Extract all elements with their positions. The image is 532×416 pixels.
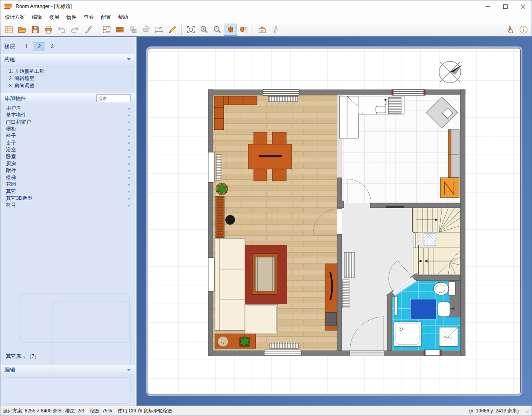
category-item[interactable]: 其它3D造型»: [0, 195, 135, 202]
category-item[interactable]: 椅子»: [0, 133, 135, 139]
chevron-right-icon: »: [127, 113, 130, 118]
zoom-out-button[interactable]: [211, 24, 224, 36]
floor-plan-button[interactable]: [100, 24, 113, 36]
draw-button[interactable]: [166, 24, 179, 36]
menu-item[interactable]: 配置: [97, 13, 114, 22]
chevron-right-icon: »: [127, 133, 130, 139]
search-input[interactable]: [96, 94, 131, 102]
category-item[interactable]: 附件»: [0, 167, 135, 174]
floor-tab-1[interactable]: 1: [21, 42, 32, 51]
build-section-header[interactable]: 构建: [0, 54, 135, 64]
menu-item[interactable]: 设计方案: [1, 13, 28, 22]
category-item[interactable]: 基本物件»: [0, 112, 135, 119]
menu-item[interactable]: 帮助: [114, 13, 132, 22]
category-item[interactable]: 用户库»: [0, 105, 135, 112]
edit-section-header[interactable]: 编辑: [0, 365, 135, 375]
format-brush-button[interactable]: [81, 24, 94, 36]
category-item[interactable]: 橱柜»: [0, 126, 135, 133]
window: [264, 350, 301, 356]
info-button[interactable]: [517, 24, 530, 36]
edit-header-label: 编辑: [4, 366, 15, 374]
category-item[interactable]: 门口和窗户»: [0, 119, 135, 126]
floor-plan[interactable]: Beige: [148, 48, 520, 393]
view-3d-button[interactable]: [224, 24, 237, 36]
new-project-button[interactable]: [2, 24, 15, 36]
minimize-button[interactable]: [479, 1, 496, 12]
staircase[interactable]: [412, 208, 460, 276]
save-button[interactable]: [28, 24, 42, 36]
window-title: Room Arranger - [无标题]: [16, 3, 72, 10]
collapse-arrow-icon[interactable]: [127, 369, 131, 371]
print-button[interactable]: [42, 24, 55, 36]
category-item[interactable]: 花园»: [0, 181, 135, 188]
house-3d-button[interactable]: [255, 24, 269, 36]
bath-mat: [410, 299, 436, 319]
build-step[interactable]: 2. 编辑墙壁: [9, 75, 132, 82]
chevron-right-icon: »: [127, 196, 130, 201]
category-label: 其它3D造型: [6, 195, 32, 202]
chevron-right-icon: »: [127, 147, 130, 153]
zoom-fit-button[interactable]: [184, 24, 197, 36]
close-button[interactable]: [514, 1, 532, 12]
bookshelf[interactable]: [216, 196, 224, 238]
canvas-area[interactable]: Beige: [137, 37, 532, 406]
category-item[interactable]: 厨房»: [0, 160, 135, 167]
pointer-hand-button[interactable]: [504, 24, 517, 36]
edit-walls-button[interactable]: [113, 24, 126, 36]
category-item[interactable]: 楼梯»: [0, 174, 135, 181]
undo-button[interactable]: [55, 24, 68, 36]
open-button[interactable]: [15, 24, 28, 36]
category-item[interactable]: 卧室»: [0, 153, 135, 160]
build-step[interactable]: 3. 房间调整: [9, 82, 132, 89]
status-bar: 设计方案: 8255 × 8400 毫米, 楼层: 2/3 -- 缩放: 75%…: [0, 406, 532, 416]
floor-tab-2[interactable]: 2: [34, 42, 45, 51]
category-label: 楼梯: [6, 174, 16, 181]
menu-item[interactable]: 楼层: [46, 13, 63, 22]
stool[interactable]: [225, 215, 235, 225]
dishwasher: [440, 178, 459, 198]
category-label: 符号: [6, 202, 16, 209]
chevron-right-icon: »: [127, 161, 130, 167]
measure-button[interactable]: 35m: [153, 24, 166, 36]
maximize-button[interactable]: [496, 1, 514, 12]
category-label: 桌子: [6, 140, 16, 147]
chevron-right-icon: »: [127, 175, 130, 181]
menu-item[interactable]: 物件: [63, 13, 80, 22]
zoom-in-button[interactable]: [197, 24, 211, 36]
status-coordinates: (x: 10666 y: 2413 毫米): [469, 408, 519, 414]
tv-cabinet[interactable]: [325, 264, 337, 330]
floors-label: 楼层: [4, 43, 15, 50]
menu-item[interactable]: 查看: [80, 13, 97, 22]
compass[interactable]: [439, 61, 462, 83]
floor-tab-3[interactable]: 3: [46, 42, 58, 51]
more-libraries-link[interactable]: 其它库... （7）: [6, 353, 39, 360]
category-item[interactable]: 浴室»: [0, 147, 135, 153]
coffee-table[interactable]: [252, 254, 278, 294]
menu-bar: 设计方案编辑楼层物件查看配置帮助: [0, 12, 532, 22]
redo-button[interactable]: [68, 24, 81, 36]
category-item[interactable]: 符号»: [0, 202, 135, 209]
category-label: 附件: [6, 167, 16, 174]
towel-rail: [394, 296, 397, 315]
beige-label: Beige: [444, 336, 453, 339]
menu-item[interactable]: 编辑: [28, 13, 46, 22]
resize-grip[interactable]: [524, 408, 529, 413]
title-bar[interactable]: Room Arranger - [无标题]: [0, 0, 532, 12]
category-item[interactable]: 其它»: [0, 188, 135, 195]
walkthrough-button[interactable]: [269, 24, 282, 36]
move-object-button[interactable]: [126, 24, 139, 36]
object-properties-button[interactable]: [237, 24, 250, 36]
status-left: 设计方案: 8255 × 8400 毫米, 楼层: 2/3 -- 缩放: 75%…: [3, 408, 174, 414]
rotate-object-button[interactable]: [139, 24, 153, 36]
category-label: 卧室: [6, 153, 16, 160]
category-item[interactable]: 桌子»: [0, 139, 135, 146]
chevron-right-icon: »: [127, 189, 130, 194]
plant[interactable]: [216, 183, 228, 195]
build-steps: 1. 开始新的工程 2. 编辑墙壁 3. 房间调整: [3, 66, 132, 89]
collapse-arrow-icon[interactable]: [127, 58, 131, 60]
build-step[interactable]: 1. 开始新的工程: [9, 68, 132, 75]
drawing-paper[interactable]: Beige: [148, 48, 521, 394]
sidebar: 楼层 123 构建 1. 开始新的工程 2. 编辑墙壁 3. 房间调整 添加物件…: [0, 37, 137, 406]
side-table[interactable]: [215, 334, 256, 348]
object-category-list: 用户库»基本物件»门口和窗户»橱柜»椅子»桌子»浴室»卧室»厨房»附件»楼梯»花…: [0, 105, 135, 209]
